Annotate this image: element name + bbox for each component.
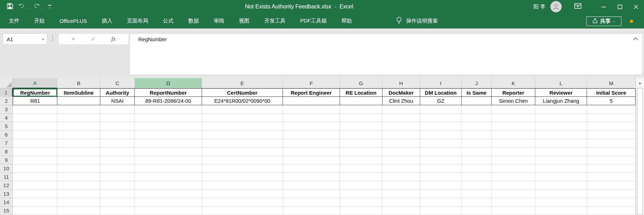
- cell-C7[interactable]: [100, 139, 135, 147]
- cell-G2[interactable]: [340, 97, 383, 105]
- cell-H7[interactable]: [383, 139, 420, 147]
- cell-D13[interactable]: [135, 190, 202, 198]
- cell-C4[interactable]: [100, 114, 135, 122]
- cell-D4[interactable]: [135, 114, 202, 122]
- row-header-14[interactable]: 14: [0, 198, 13, 207]
- cell-E8[interactable]: [202, 147, 283, 156]
- cell-F7[interactable]: [283, 139, 340, 147]
- cell-L7[interactable]: [535, 139, 587, 147]
- cell-B2[interactable]: [57, 97, 100, 105]
- cell-J6[interactable]: [462, 131, 492, 139]
- cell-E4[interactable]: [202, 114, 283, 122]
- cell-E6[interactable]: [202, 131, 283, 139]
- cell-F9[interactable]: [283, 156, 340, 164]
- cell-D6[interactable]: [135, 131, 202, 139]
- column-header-L[interactable]: L: [535, 78, 587, 88]
- row-header-12[interactable]: 12: [0, 181, 13, 190]
- cell-M3[interactable]: [587, 105, 636, 114]
- cell-I8[interactable]: [420, 147, 462, 156]
- scrollbar-thumb[interactable]: [637, 88, 643, 215]
- cell-G8[interactable]: [340, 147, 383, 156]
- row-header-7[interactable]: 7: [0, 139, 13, 147]
- cell-M8[interactable]: [587, 147, 636, 156]
- cell-F11[interactable]: [283, 173, 340, 181]
- cell-I7[interactable]: [420, 139, 462, 147]
- cell-G7[interactable]: [340, 139, 383, 147]
- cell-B7[interactable]: [57, 139, 100, 147]
- user-avatar[interactable]: [550, 1, 562, 12]
- enter-icon[interactable]: ✓: [91, 36, 96, 43]
- collapse-formula-bar-icon[interactable]: [633, 37, 638, 42]
- ribbon-tab-审阅[interactable]: 审阅: [206, 13, 232, 29]
- cell-A5[interactable]: [13, 122, 57, 131]
- cell-G10[interactable]: [340, 164, 383, 173]
- cell-E3[interactable]: [202, 105, 283, 114]
- cell-K2[interactable]: Simon Chen: [492, 97, 535, 105]
- cell-I6[interactable]: [420, 131, 462, 139]
- ribbon-tab-OfficePLUS[interactable]: OfficePLUS: [52, 13, 94, 29]
- cell-D3[interactable]: [135, 105, 202, 114]
- cell-M14[interactable]: [587, 198, 636, 207]
- ribbon-tab-文件[interactable]: 文件: [1, 13, 27, 29]
- cell-K13[interactable]: [492, 190, 535, 198]
- row-header-6[interactable]: 6: [0, 131, 13, 139]
- cell-H4[interactable]: [383, 114, 420, 122]
- tell-me-search[interactable]: 操作说明搜索: [396, 13, 438, 29]
- cell-A3[interactable]: [13, 105, 57, 114]
- cell-F2[interactable]: [283, 97, 340, 105]
- cell-G14[interactable]: [340, 198, 383, 207]
- cell-L8[interactable]: [535, 147, 587, 156]
- ribbon-tab-PDF工具箱[interactable]: PDF工具箱: [293, 13, 334, 29]
- cell-H15[interactable]: [383, 207, 420, 215]
- cell-I4[interactable]: [420, 114, 462, 122]
- cell-H5[interactable]: [383, 122, 420, 131]
- cell-G11[interactable]: [340, 173, 383, 181]
- cell-D7[interactable]: [135, 139, 202, 147]
- name-box-dropdown-icon[interactable]: ▾: [39, 37, 47, 41]
- cell-F15[interactable]: [283, 207, 340, 215]
- cell-I5[interactable]: [420, 122, 462, 131]
- cell-L5[interactable]: [535, 122, 587, 131]
- share-button[interactable]: 共享: [586, 17, 621, 26]
- cell-J8[interactable]: [462, 147, 492, 156]
- cell-E10[interactable]: [202, 164, 283, 173]
- cell-M9[interactable]: [587, 156, 636, 164]
- column-header-I[interactable]: I: [420, 78, 462, 88]
- column-header-M[interactable]: M: [587, 78, 636, 88]
- cell-J4[interactable]: [462, 114, 492, 122]
- cell-H9[interactable]: [383, 156, 420, 164]
- cell-M10[interactable]: [587, 164, 636, 173]
- ribbon-tab-插入[interactable]: 插入: [94, 13, 120, 29]
- cell-L14[interactable]: [535, 198, 587, 207]
- cell-H1[interactable]: DocMaker: [383, 88, 420, 97]
- cell-M11[interactable]: [587, 173, 636, 181]
- cell-A4[interactable]: [13, 114, 57, 122]
- row-header-11[interactable]: 11: [0, 173, 13, 181]
- row-header-13[interactable]: 13: [0, 190, 13, 198]
- column-header-B[interactable]: B: [57, 78, 100, 88]
- cell-F6[interactable]: [283, 131, 340, 139]
- cell-B3[interactable]: [57, 105, 100, 114]
- cell-L3[interactable]: [535, 105, 587, 114]
- cell-B6[interactable]: [57, 131, 100, 139]
- cell-C5[interactable]: [100, 122, 135, 131]
- cell-G5[interactable]: [340, 122, 383, 131]
- cell-M12[interactable]: [587, 181, 636, 190]
- cell-J15[interactable]: [462, 207, 492, 215]
- cell-B11[interactable]: [57, 173, 100, 181]
- cell-K4[interactable]: [492, 114, 535, 122]
- cell-G6[interactable]: [340, 131, 383, 139]
- cell-C15[interactable]: [100, 207, 135, 215]
- cell-J13[interactable]: [462, 190, 492, 198]
- save-icon[interactable]: [7, 3, 13, 11]
- cell-E13[interactable]: [202, 190, 283, 198]
- cell-K6[interactable]: [492, 131, 535, 139]
- cell-C6[interactable]: [100, 131, 135, 139]
- cell-D8[interactable]: [135, 147, 202, 156]
- cell-B10[interactable]: [57, 164, 100, 173]
- cell-J10[interactable]: [462, 164, 492, 173]
- cell-J7[interactable]: [462, 139, 492, 147]
- cell-B14[interactable]: [57, 198, 100, 207]
- cell-L15[interactable]: [535, 207, 587, 215]
- cell-J3[interactable]: [462, 105, 492, 114]
